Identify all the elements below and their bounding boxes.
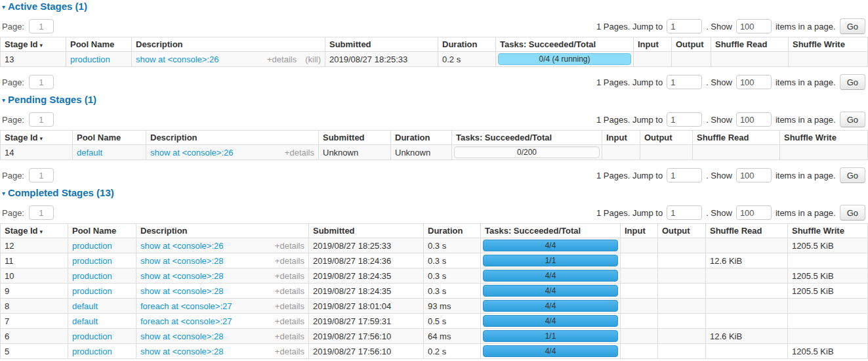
column-header[interactable]: Pool Name bbox=[68, 224, 136, 238]
pool-name-link[interactable]: production bbox=[70, 54, 110, 64]
collapse-arrow-icon: ▾ bbox=[2, 190, 5, 197]
column-header[interactable]: Output bbox=[658, 224, 706, 238]
pool-name-link[interactable]: production bbox=[72, 256, 112, 266]
column-header[interactable]: Stage Id▾ bbox=[1, 224, 68, 238]
column-header[interactable]: Duration bbox=[391, 131, 452, 145]
column-header[interactable]: Shuffle Read bbox=[711, 37, 789, 52]
details-toggle[interactable]: +details bbox=[275, 256, 304, 266]
go-button[interactable]: Go bbox=[840, 112, 865, 127]
details-toggle[interactable]: +details bbox=[275, 316, 304, 326]
page-number-input[interactable] bbox=[29, 75, 54, 89]
pool-name-link[interactable]: production bbox=[72, 331, 112, 341]
go-button[interactable]: Go bbox=[840, 18, 865, 34]
column-header[interactable]: Submitted bbox=[325, 37, 438, 52]
details-toggle[interactable]: +details bbox=[275, 331, 304, 341]
description-link[interactable]: show at <console>:26 bbox=[140, 241, 223, 251]
shuffle-write-cell: 1205.5 KiB bbox=[788, 238, 868, 253]
details-toggle[interactable]: +details bbox=[267, 54, 297, 64]
pool-name-cell: production bbox=[68, 238, 136, 253]
duration-cell: Unknown bbox=[391, 145, 452, 160]
description-cell: show at <console>:26+details bbox=[146, 145, 319, 160]
page-number-input[interactable] bbox=[29, 112, 54, 127]
column-header[interactable]: Duration bbox=[438, 37, 496, 52]
column-header[interactable]: Output bbox=[672, 37, 711, 52]
column-header[interactable]: Output bbox=[640, 131, 693, 145]
details-toggle[interactable]: +details bbox=[275, 241, 304, 251]
tasks-progress-bar: 4/4 bbox=[483, 240, 618, 251]
column-header[interactable]: Tasks: Succeeded/Total bbox=[496, 37, 634, 52]
shuffle-read-cell bbox=[706, 314, 788, 329]
tasks-progress-cell: 4/4 bbox=[481, 268, 621, 284]
column-header[interactable]: Shuffle Write bbox=[780, 131, 868, 145]
column-header[interactable]: Pool Name bbox=[66, 37, 132, 52]
pool-name-cell: default bbox=[73, 145, 146, 160]
column-header[interactable]: Input bbox=[634, 37, 672, 52]
column-header[interactable]: Description bbox=[132, 37, 325, 52]
column-header[interactable]: Input bbox=[602, 131, 640, 145]
sort-arrow-icon: ▾ bbox=[40, 228, 43, 235]
table-row: 13productionshow at <console>:26+details… bbox=[1, 52, 868, 67]
go-button[interactable]: Go bbox=[840, 167, 865, 183]
details-toggle[interactable]: +details bbox=[285, 148, 314, 158]
show-text: . Show bbox=[706, 22, 732, 32]
page-number-input[interactable] bbox=[29, 19, 54, 33]
column-header[interactable]: Tasks: Succeeded/Total bbox=[481, 224, 621, 238]
description-link[interactable]: show at <console>:26 bbox=[150, 148, 233, 158]
column-header[interactable]: Shuffle Write bbox=[788, 224, 868, 238]
column-header[interactable]: Shuffle Read bbox=[693, 131, 780, 145]
column-header[interactable]: Pool Name bbox=[73, 131, 146, 145]
column-header[interactable]: Input bbox=[621, 224, 658, 238]
jump-to-page-input[interactable] bbox=[667, 75, 702, 89]
description-link[interactable]: foreach at <console>:27 bbox=[140, 316, 232, 326]
go-button[interactable]: Go bbox=[840, 205, 865, 221]
description-link[interactable]: show at <console>:28 bbox=[140, 347, 223, 356]
description-link[interactable]: show at <console>:28 bbox=[140, 271, 223, 281]
jump-to-page-input[interactable] bbox=[667, 168, 702, 182]
column-header[interactable]: Stage Id▾ bbox=[1, 37, 66, 52]
active-stages-heading[interactable]: ▾Active Stages (1) bbox=[2, 1, 865, 12]
pending-stages-heading[interactable]: ▾Pending Stages (1) bbox=[2, 95, 865, 106]
pool-name-link[interactable]: default bbox=[72, 316, 98, 326]
submitted-cell: 2019/08/27 18:25:33 bbox=[325, 52, 438, 67]
kill-link[interactable]: (kill) bbox=[305, 54, 321, 64]
description-link[interactable]: show at <console>:26 bbox=[136, 54, 218, 64]
jump-to-page-input[interactable] bbox=[667, 112, 702, 127]
column-header[interactable]: Description bbox=[136, 224, 309, 238]
stage-id-cell: 7 bbox=[1, 314, 68, 329]
items-per-page-input[interactable] bbox=[736, 168, 772, 182]
jump-to-page-input[interactable] bbox=[667, 19, 702, 33]
description-link[interactable]: show at <console>:28 bbox=[140, 331, 223, 341]
items-per-page-input[interactable] bbox=[736, 19, 772, 33]
pool-name-link[interactable]: default bbox=[72, 301, 98, 311]
column-header[interactable]: Shuffle Write bbox=[789, 37, 868, 52]
items-per-page-input[interactable] bbox=[736, 75, 772, 89]
pool-name-link[interactable]: production bbox=[72, 347, 112, 356]
column-header[interactable]: Tasks: Succeeded/Total bbox=[452, 131, 602, 145]
items-per-page-input[interactable] bbox=[736, 205, 772, 220]
description-link[interactable]: foreach at <console>:27 bbox=[140, 301, 232, 311]
completed-stages-heading[interactable]: ▾Completed Stages (13) bbox=[2, 188, 865, 199]
details-toggle[interactable]: +details bbox=[275, 347, 304, 356]
go-button[interactable]: Go bbox=[840, 74, 865, 90]
items-per-page-input[interactable] bbox=[736, 112, 772, 127]
pool-name-link[interactable]: production bbox=[72, 286, 112, 296]
pool-name-link[interactable]: production bbox=[72, 271, 112, 281]
pool-name-link[interactable]: production bbox=[72, 241, 112, 251]
jump-to-page-input[interactable] bbox=[667, 205, 702, 220]
page-number-input[interactable] bbox=[29, 205, 54, 220]
description-link[interactable]: show at <console>:28 bbox=[140, 256, 223, 266]
description-link[interactable]: show at <console>:28 bbox=[140, 286, 223, 296]
column-header[interactable]: Submitted bbox=[309, 224, 424, 238]
output-cell bbox=[658, 299, 706, 314]
column-header[interactable]: Stage Id▾ bbox=[1, 131, 73, 145]
details-toggle[interactable]: +details bbox=[275, 286, 304, 296]
details-toggle[interactable]: +details bbox=[275, 271, 304, 281]
column-header[interactable]: Duration bbox=[424, 224, 481, 238]
column-header[interactable]: Description bbox=[146, 131, 319, 145]
column-header[interactable]: Shuffle Read bbox=[706, 224, 788, 238]
details-toggle[interactable]: +details bbox=[275, 301, 304, 311]
pool-name-link[interactable]: default bbox=[77, 148, 102, 158]
shuffle-read-cell bbox=[706, 284, 788, 299]
page-number-input[interactable] bbox=[29, 168, 54, 182]
column-header[interactable]: Submitted bbox=[319, 131, 391, 145]
